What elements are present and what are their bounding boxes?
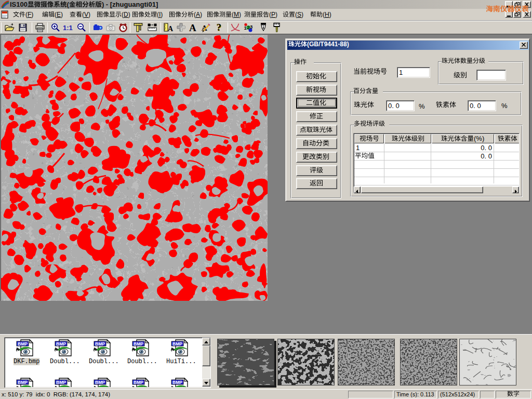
svg-text:BMP: BMP [18,380,28,385]
svg-text:(V): (V) [82,11,90,18]
svg-text:BMP: BMP [95,341,105,347]
svg-text:(D): (D) [122,11,130,18]
svg-text:BMP: BMP [134,341,143,347]
svg-text:(P): (P) [269,11,277,18]
svg-text:?: ? [217,22,222,33]
svg-text:BMP: BMP [172,380,182,385]
svg-text:A: A [168,25,174,33]
svg-text:BMP: BMP [18,341,28,347]
svg-text:(M): (M) [232,11,241,18]
svg-text:BMP: BMP [95,380,105,385]
svg-text:(%): (%) [474,135,484,142]
svg-text:BMP: BMP [56,341,66,347]
svg-text:BMP: BMP [56,380,66,385]
svg-text:1:1: 1:1 [63,24,73,32]
svg-text:(GB/T9441-88): (GB/T9441-88) [307,41,349,48]
svg-text:(S): (S) [295,11,303,18]
svg-text:(F): (F) [25,11,33,18]
svg-text:) - [zhuguangti01]: ) - [zhuguangti01] [102,1,158,8]
svg-text:(I): (I) [157,11,163,18]
svg-text:(H): (H) [323,11,331,18]
svg-text:3: 3 [250,24,252,30]
svg-text:BMP: BMP [172,341,182,347]
svg-text:2: 2 [247,24,250,30]
svg-text:(A): (A) [194,11,202,18]
svg-text:A: A [189,22,196,33]
svg-text:IS100: IS100 [10,1,28,8]
svg-text:(E): (E) [55,11,63,18]
svg-text:(: ( [67,1,70,8]
svg-text:BMP: BMP [134,380,143,385]
